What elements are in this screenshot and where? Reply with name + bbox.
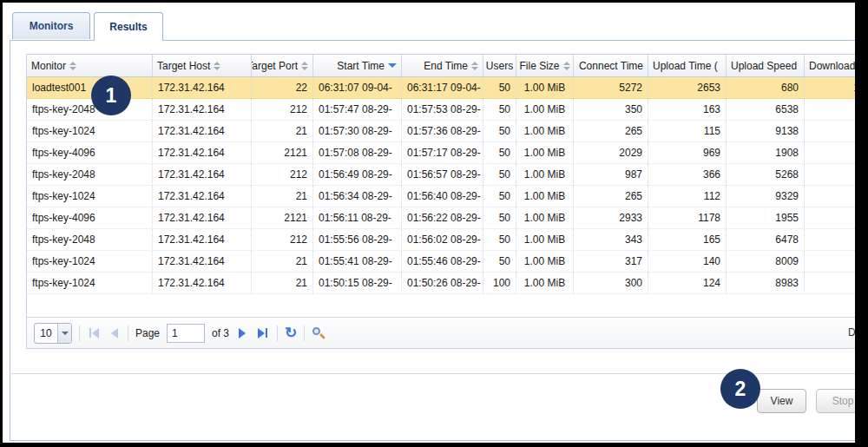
table-cell: 01:50:26 08-29- [402, 273, 483, 293]
page-size-value: 10 [35, 324, 57, 343]
table-cell: 100 [483, 273, 516, 293]
table-cell: 01:56:57 08-29- [402, 164, 483, 185]
last-page-icon[interactable] [255, 325, 270, 341]
column-header-label: Monitor [31, 60, 66, 72]
page-size-dropdown-arrow [57, 324, 71, 343]
table-cell: 108 [805, 273, 855, 293]
table-cell: 21 [252, 273, 313, 293]
column-header-label: Target Port [252, 60, 298, 72]
table-cell: 01:57:08 08-29- [313, 142, 402, 163]
page-size-select[interactable]: 10 [34, 323, 72, 344]
column-header-file-size[interactable]: File Size [516, 55, 574, 76]
callout-2-badge: 2 [720, 369, 760, 409]
table-cell: 566 [805, 142, 855, 163]
table-cell: 1.00 MiB [516, 142, 574, 163]
table-cell: 50 [483, 99, 516, 120]
column-header-label: Users [486, 60, 513, 72]
next-page-icon[interactable] [236, 325, 248, 341]
column-header-users[interactable]: Users [483, 55, 516, 76]
table-cell: 6478 [727, 229, 805, 250]
table-cell: 343 [574, 229, 648, 250]
table-cell: 680 [727, 77, 805, 98]
sort-both-icon [69, 62, 76, 70]
table-row[interactable]: ftps-key-1024172.31.42.1642101:56:34 08-… [27, 186, 855, 207]
table-cell: 163 [648, 99, 727, 120]
table-cell: 06:31:17 09-04- [402, 77, 483, 98]
table-cell: 172.31.42.164 [153, 121, 252, 141]
sort-desc-icon [388, 63, 397, 68]
tab-monitors[interactable]: Monitors [12, 12, 90, 39]
paging-toolbar: 10 Page of 3 ↻ D [27, 317, 855, 348]
table-row[interactable]: ftps-key-2048172.31.42.16421201:57:47 08… [27, 99, 855, 121]
table-cell: 124 [805, 251, 855, 272]
table-cell: 50 [483, 186, 516, 207]
toolbar-separator [128, 325, 128, 341]
table-cell: ftps-key-1024 [27, 186, 153, 207]
column-header-label: Upload Speed [731, 60, 797, 72]
table-row[interactable]: ftps-key-4096172.31.42.164212101:56:11 0… [27, 207, 855, 229]
table-cell: 94 [805, 121, 855, 141]
table-cell: 165 [648, 229, 727, 250]
table-row[interactable]: ftps-key-1024172.31.42.1642101:55:41 08-… [27, 251, 855, 273]
table-cell: 50 [483, 164, 516, 185]
column-header-label: Target Host [157, 60, 210, 72]
view-button[interactable]: View [757, 389, 806, 413]
table-cell: 1908 [727, 142, 805, 163]
table-cell: ftps-key-2048 [27, 229, 153, 250]
column-header-label: File Size [520, 60, 560, 72]
table-row[interactable]: ftps-key-4096172.31.42.164212101:57:08 0… [27, 142, 855, 164]
table-cell: 1.00 MiB [516, 273, 574, 293]
table-cell: 350 [574, 99, 648, 120]
table-row[interactable]: ftps-key-1024172.31.42.1642101:57:30 08-… [27, 121, 855, 142]
refresh-icon[interactable]: ↻ [285, 325, 297, 340]
table-cell: 6538 [727, 99, 805, 120]
table-cell: 01:56:34 08-29- [313, 186, 402, 207]
table-cell: ftps-key-4096 [27, 207, 153, 228]
table-cell: 50 [483, 121, 516, 141]
stop-button[interactable]: Stop [816, 389, 855, 413]
table-cell: 1.00 MiB [516, 186, 574, 207]
table-cell: 969 [648, 142, 727, 163]
table-row[interactable]: ftps-key-2048172.31.42.16421201:55:56 08… [27, 229, 855, 251]
search-icon[interactable] [312, 326, 326, 340]
column-header-target-host[interactable]: Target Host [153, 55, 252, 76]
table-cell: 50 [483, 77, 516, 98]
grid-body: loadtest001172.31.42.1642206:31:07 09-04… [27, 77, 855, 294]
table-cell: 172.31.42.164 [153, 273, 252, 293]
table-cell: 50 [483, 251, 516, 272]
table-cell: 01:56:11 08-29- [313, 207, 402, 228]
table-cell: 01:57:17 08-29- [402, 142, 483, 163]
table-cell: loadtest001 [27, 77, 153, 98]
table-cell: 172.31.42.164 [153, 207, 252, 228]
column-header-monitor[interactable]: Monitor [27, 55, 153, 76]
column-header-label: Upload Time ( [653, 60, 718, 72]
table-cell: 01:57:53 08-29- [402, 99, 483, 120]
table-cell: ftps-key-1024 [27, 273, 153, 293]
column-header-target-port[interactable]: Target Port [252, 55, 313, 76]
column-header-end-time[interactable]: End Time [402, 55, 483, 76]
table-cell: 152 [805, 99, 855, 120]
table-cell: 01:55:46 08-29- [402, 251, 483, 272]
table-row[interactable]: ftps-key-2048172.31.42.16421201:56:49 08… [27, 164, 855, 186]
column-header-upload-speed[interactable]: Upload Speed [727, 55, 805, 76]
table-cell: 1.00 MiB [516, 229, 574, 250]
table-cell: 172.31.42.164 [153, 99, 252, 120]
table-cell: 1955 [727, 207, 805, 228]
prev-page-icon[interactable] [108, 325, 121, 341]
page-number-input[interactable] [167, 324, 205, 343]
first-page-icon[interactable] [87, 325, 102, 341]
column-header-connect-time[interactable]: Connect Time [574, 55, 648, 76]
table-cell: 01:56:49 08-29- [313, 164, 402, 185]
column-header-start-time[interactable]: Start Time [313, 55, 402, 76]
table-cell: 140 [648, 251, 727, 272]
table-cell: ftps-key-2048 [27, 99, 153, 120]
column-header-upload-time[interactable]: Upload Time ( [648, 55, 727, 76]
table-row[interactable]: ftps-key-1024172.31.42.1642101:50:15 08-… [27, 273, 855, 294]
tab-results[interactable]: Results [94, 12, 163, 41]
table-cell: 212 [252, 229, 313, 250]
table-row[interactable]: loadtest001172.31.42.1642206:31:07 09-04… [27, 77, 855, 99]
column-header-download-tim[interactable]: Download Tim [805, 55, 855, 76]
table-cell: 1178 [648, 207, 727, 228]
tab-monitors-label: Monitors [30, 20, 74, 32]
table-cell: 50 [483, 229, 516, 250]
